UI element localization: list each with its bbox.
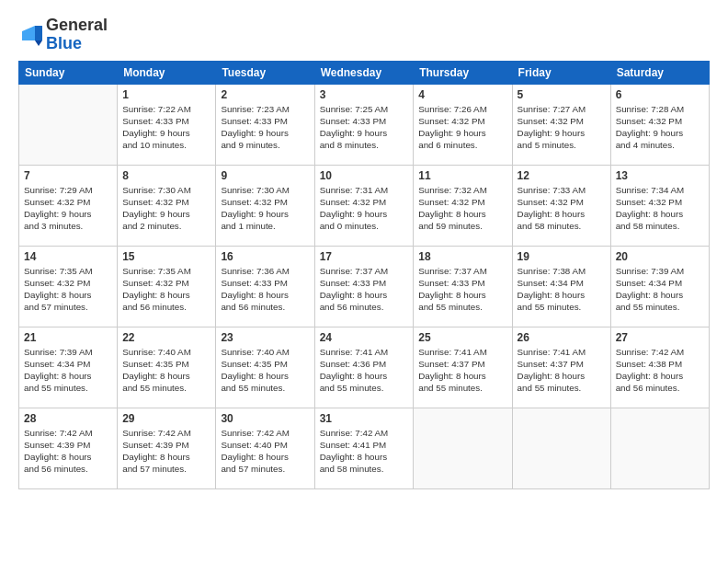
day-info: Sunrise: 7:25 AMSunset: 4:33 PMDaylight:… (320, 103, 409, 152)
week-row-2: 14Sunrise: 7:35 AMSunset: 4:32 PMDayligh… (19, 246, 710, 327)
day-info: Sunrise: 7:41 AMSunset: 4:36 PMDaylight:… (320, 346, 409, 395)
day-cell: 30Sunrise: 7:42 AMSunset: 4:40 PMDayligh… (216, 408, 314, 488)
logo-general: General (46, 16, 108, 34)
day-cell: 10Sunrise: 7:31 AMSunset: 4:32 PMDayligh… (314, 165, 414, 246)
day-number: 20 (616, 250, 704, 263)
day-number: 22 (122, 331, 210, 344)
header: General Blue (18, 17, 710, 53)
calendar-header: SundayMondayTuesdayWednesdayThursdayFrid… (19, 61, 710, 84)
logo-blue: Blue (46, 34, 82, 52)
day-number: 31 (320, 412, 409, 425)
day-info: Sunrise: 7:42 AMSunset: 4:40 PMDaylight:… (221, 427, 309, 476)
day-cell: 17Sunrise: 7:37 AMSunset: 4:33 PMDayligh… (314, 246, 414, 327)
weekday-wednesday: Wednesday (314, 61, 414, 84)
day-number: 7 (24, 169, 112, 182)
day-cell: 3Sunrise: 7:25 AMSunset: 4:33 PMDaylight… (314, 84, 414, 165)
day-info: Sunrise: 7:42 AMSunset: 4:38 PMDaylight:… (616, 346, 704, 395)
day-info: Sunrise: 7:22 AMSunset: 4:33 PMDaylight:… (122, 103, 210, 152)
day-info: Sunrise: 7:30 AMSunset: 4:32 PMDaylight:… (122, 184, 210, 233)
week-row-0: 1Sunrise: 7:22 AMSunset: 4:33 PMDaylight… (19, 84, 710, 165)
day-number: 3 (320, 88, 409, 101)
weekday-saturday: Saturday (610, 61, 709, 84)
day-cell: 31Sunrise: 7:42 AMSunset: 4:41 PMDayligh… (314, 408, 414, 488)
day-cell: 22Sunrise: 7:40 AMSunset: 4:35 PMDayligh… (118, 327, 216, 408)
day-cell: 2Sunrise: 7:23 AMSunset: 4:33 PMDaylight… (216, 84, 314, 165)
day-cell: 29Sunrise: 7:42 AMSunset: 4:39 PMDayligh… (118, 408, 216, 488)
day-number: 25 (418, 331, 506, 344)
day-info: Sunrise: 7:42 AMSunset: 4:41 PMDaylight:… (320, 427, 409, 476)
day-cell: 26Sunrise: 7:41 AMSunset: 4:37 PMDayligh… (512, 327, 610, 408)
day-number: 10 (320, 169, 409, 182)
day-number: 12 (518, 169, 606, 182)
weekday-thursday: Thursday (414, 61, 512, 84)
day-cell: 28Sunrise: 7:42 AMSunset: 4:39 PMDayligh… (19, 408, 118, 488)
day-number: 30 (221, 412, 309, 425)
day-cell: 27Sunrise: 7:42 AMSunset: 4:38 PMDayligh… (610, 327, 709, 408)
weekday-sunday: Sunday (19, 61, 118, 84)
week-row-1: 7Sunrise: 7:29 AMSunset: 4:32 PMDaylight… (19, 165, 710, 246)
day-cell: 23Sunrise: 7:40 AMSunset: 4:35 PMDayligh… (216, 327, 314, 408)
day-info: Sunrise: 7:23 AMSunset: 4:33 PMDaylight:… (221, 103, 309, 152)
week-row-4: 28Sunrise: 7:42 AMSunset: 4:39 PMDayligh… (19, 408, 710, 488)
day-info: Sunrise: 7:34 AMSunset: 4:32 PMDaylight:… (616, 184, 704, 233)
day-info: Sunrise: 7:36 AMSunset: 4:33 PMDaylight:… (221, 265, 309, 314)
day-info: Sunrise: 7:37 AMSunset: 4:33 PMDaylight:… (320, 265, 409, 314)
day-number: 21 (24, 331, 112, 344)
day-number: 4 (418, 88, 506, 101)
week-row-3: 21Sunrise: 7:39 AMSunset: 4:34 PMDayligh… (19, 327, 710, 408)
svg-marker-2 (35, 40, 42, 46)
day-cell: 12Sunrise: 7:33 AMSunset: 4:32 PMDayligh… (512, 165, 610, 246)
day-info: Sunrise: 7:32 AMSunset: 4:32 PMDaylight:… (418, 184, 506, 233)
day-cell: 19Sunrise: 7:38 AMSunset: 4:34 PMDayligh… (512, 246, 610, 327)
day-info: Sunrise: 7:27 AMSunset: 4:32 PMDaylight:… (518, 103, 606, 152)
day-number: 23 (221, 331, 309, 344)
day-info: Sunrise: 7:31 AMSunset: 4:32 PMDaylight:… (320, 184, 409, 233)
day-info: Sunrise: 7:39 AMSunset: 4:34 PMDaylight:… (616, 265, 704, 314)
day-info: Sunrise: 7:42 AMSunset: 4:39 PMDaylight:… (24, 427, 112, 476)
day-number: 15 (122, 250, 210, 263)
day-number: 19 (518, 250, 606, 263)
day-cell: 9Sunrise: 7:30 AMSunset: 4:32 PMDaylight… (216, 165, 314, 246)
day-info: Sunrise: 7:35 AMSunset: 4:32 PMDaylight:… (122, 265, 210, 314)
logo: General Blue (18, 17, 108, 53)
day-cell (414, 408, 512, 488)
day-cell: 13Sunrise: 7:34 AMSunset: 4:32 PMDayligh… (610, 165, 709, 246)
day-cell: 24Sunrise: 7:41 AMSunset: 4:36 PMDayligh… (314, 327, 414, 408)
day-info: Sunrise: 7:28 AMSunset: 4:32 PMDaylight:… (616, 103, 704, 152)
day-number: 24 (320, 331, 409, 344)
day-number: 6 (616, 88, 704, 101)
day-number: 9 (221, 169, 309, 182)
day-info: Sunrise: 7:30 AMSunset: 4:32 PMDaylight:… (221, 184, 309, 233)
day-info: Sunrise: 7:29 AMSunset: 4:32 PMDaylight:… (24, 184, 112, 233)
day-cell: 1Sunrise: 7:22 AMSunset: 4:33 PMDaylight… (118, 84, 216, 165)
day-cell (512, 408, 610, 488)
weekday-row: SundayMondayTuesdayWednesdayThursdayFrid… (19, 61, 710, 84)
day-number: 2 (221, 88, 309, 101)
day-number: 8 (122, 169, 210, 182)
day-number: 11 (418, 169, 506, 182)
day-cell: 25Sunrise: 7:41 AMSunset: 4:37 PMDayligh… (414, 327, 512, 408)
svg-marker-0 (35, 26, 42, 40)
day-number: 29 (122, 412, 210, 425)
day-info: Sunrise: 7:41 AMSunset: 4:37 PMDaylight:… (518, 346, 606, 395)
day-cell: 5Sunrise: 7:27 AMSunset: 4:32 PMDaylight… (512, 84, 610, 165)
calendar-table: SundayMondayTuesdayWednesdayThursdayFrid… (18, 61, 710, 489)
day-info: Sunrise: 7:40 AMSunset: 4:35 PMDaylight:… (122, 346, 210, 395)
day-info: Sunrise: 7:33 AMSunset: 4:32 PMDaylight:… (518, 184, 606, 233)
day-cell: 7Sunrise: 7:29 AMSunset: 4:32 PMDaylight… (19, 165, 118, 246)
calendar-body: 1Sunrise: 7:22 AMSunset: 4:33 PMDaylight… (19, 84, 710, 488)
day-info: Sunrise: 7:41 AMSunset: 4:37 PMDaylight:… (418, 346, 506, 395)
day-number: 1 (122, 88, 210, 101)
day-number: 26 (518, 331, 606, 344)
day-cell: 18Sunrise: 7:37 AMSunset: 4:33 PMDayligh… (414, 246, 512, 327)
day-info: Sunrise: 7:42 AMSunset: 4:39 PMDaylight:… (122, 427, 210, 476)
svg-marker-1 (22, 26, 35, 40)
day-info: Sunrise: 7:39 AMSunset: 4:34 PMDaylight:… (24, 346, 112, 395)
day-number: 16 (221, 250, 309, 263)
day-info: Sunrise: 7:38 AMSunset: 4:34 PMDaylight:… (518, 265, 606, 314)
page: General Blue SundayMondayTuesdayWednesda… (0, 0, 728, 563)
day-number: 17 (320, 250, 409, 263)
day-number: 28 (24, 412, 112, 425)
day-cell: 20Sunrise: 7:39 AMSunset: 4:34 PMDayligh… (610, 246, 709, 327)
day-cell: 14Sunrise: 7:35 AMSunset: 4:32 PMDayligh… (19, 246, 118, 327)
